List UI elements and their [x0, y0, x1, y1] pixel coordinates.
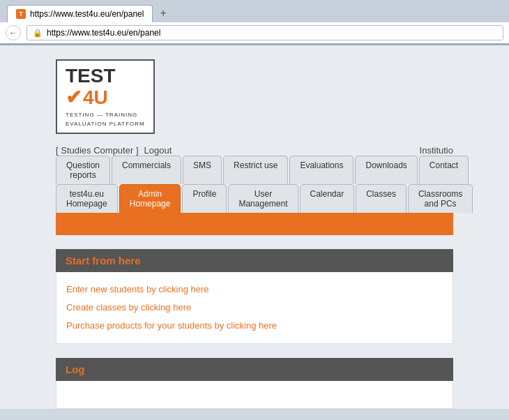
logo-4u: 4U: [83, 88, 108, 107]
enter-students-link[interactable]: Enter new students by clicking here: [66, 280, 443, 299]
favicon: T: [16, 9, 26, 19]
start-section-body: Enter new students by clicking here Crea…: [56, 272, 453, 344]
tab-question-reports[interactable]: Question reports: [56, 156, 110, 184]
log-section-header: Log: [56, 358, 453, 381]
logo-subtitle1: TESTING — TRAINING: [66, 112, 145, 118]
browser-chrome: T https://www.test4u.eu/en/panel + ← 🔒 h…: [0, 0, 509, 45]
address-bar-row: ← 🔒 https://www.test4u.eu/en/panel: [0, 22, 509, 45]
create-classes-link[interactable]: Create classes by clicking here: [66, 299, 443, 317]
logo-box: TEST ✔ 4U TESTING — TRAINING EVALUATION …: [56, 59, 155, 134]
tab-profile[interactable]: Profile: [182, 184, 227, 213]
logo-test: TEST: [66, 66, 116, 86]
tab-restrict-use[interactable]: Restrict use: [223, 156, 288, 184]
tab-evaluations[interactable]: Evaluations: [289, 156, 354, 184]
tab-sms[interactable]: SMS: [183, 156, 222, 184]
tab-bar: T https://www.test4u.eu/en/panel +: [0, 0, 509, 22]
new-tab-button[interactable]: +: [154, 4, 172, 22]
tab-admin-homepage[interactable]: Admin Homepage: [119, 184, 181, 213]
logo-check: ✔: [66, 86, 82, 109]
tab-user-management[interactable]: User Management: [228, 184, 298, 213]
tab-commercials[interactable]: Commercials: [112, 156, 181, 184]
back-button[interactable]: ←: [6, 25, 21, 40]
user-nav: [ Studies Computer ] Logout Institutio: [0, 145, 509, 156]
tab-test4u-homepage[interactable]: test4u.eu Homepage: [56, 184, 118, 213]
nav-row1: Question reports Commercials SMS Restric…: [56, 156, 453, 184]
main-content: Start from here Enter new students by cl…: [56, 249, 453, 409]
purchase-products-link[interactable]: Purchase products for your students by c…: [66, 317, 443, 335]
address-field[interactable]: 🔒 https://www.test4u.eu/en/panel: [26, 25, 503, 40]
start-section: Start from here Enter new students by cl…: [56, 249, 453, 344]
page-content: TEST ✔ 4U TESTING — TRAINING EVALUATION …: [0, 45, 509, 409]
log-section: Log: [56, 358, 453, 409]
studies-computer-link[interactable]: [ Studies Computer ]: [56, 145, 139, 156]
tab-calendar[interactable]: Calendar: [300, 184, 355, 213]
tab-classes[interactable]: Classes: [356, 184, 407, 213]
lock-icon: 🔒: [33, 29, 43, 38]
tab-contact[interactable]: Contact: [419, 156, 469, 184]
logout-link[interactable]: Logout: [144, 145, 172, 156]
orange-bar: [56, 213, 453, 235]
log-section-body: [56, 381, 453, 409]
logo-area: TEST ✔ 4U TESTING — TRAINING EVALUATION …: [0, 45, 509, 145]
tab-classrooms-pcs[interactable]: Classrooms and PCs: [408, 184, 473, 213]
institution-link[interactable]: Institutio: [420, 145, 453, 156]
logo-subtitle2: EVALUATION PLATFORM: [66, 121, 145, 127]
nav-row2: test4u.eu Homepage Admin Homepage Profil…: [56, 184, 453, 213]
tab-downloads[interactable]: Downloads: [355, 156, 417, 184]
user-nav-left: [ Studies Computer ] Logout: [56, 145, 172, 156]
tab-title: https://www.test4u.eu/en/panel: [30, 9, 144, 19]
start-section-header: Start from here: [56, 249, 453, 272]
url-text: https://www.test4u.eu/en/panel: [47, 28, 160, 38]
nav-tabs-container: Question reports Commercials SMS Restric…: [0, 156, 509, 213]
browser-tab[interactable]: T https://www.test4u.eu/en/panel: [7, 5, 153, 22]
